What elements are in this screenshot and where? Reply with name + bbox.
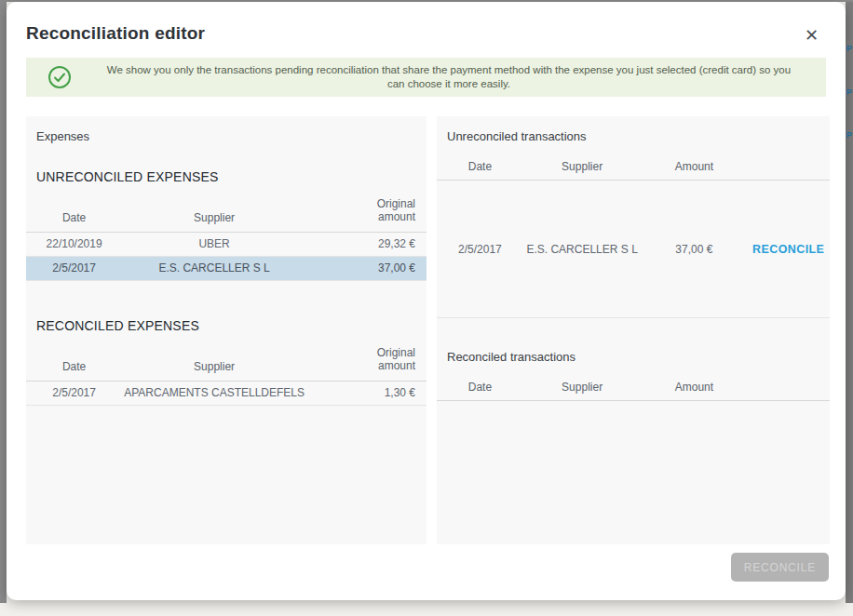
cell-supplier: APARCAMENTS CASTELLDEFELS <box>122 381 306 405</box>
cell-amount: 29,32 € <box>306 232 426 256</box>
cell-supplier: E.S. CARCELLER S L <box>523 181 642 318</box>
column-header-action <box>747 154 830 181</box>
unreconciled-expenses-title: UNRECONCILED EXPENSES <box>26 169 426 184</box>
column-header-date: Date <box>26 342 122 381</box>
reconciliation-editor-modal: Reconciliation editor ✕ We show you only… <box>7 2 846 600</box>
table-header-row: Date Supplier Amount <box>437 154 830 181</box>
table-header-row: Date Supplier Original amount <box>26 194 426 232</box>
reconciled-expenses-title: RECONCILED EXPENSES <box>26 318 426 333</box>
cell-amount: 37,00 € <box>306 256 426 280</box>
column-header-supplier: Supplier <box>122 342 306 381</box>
table-row-selected[interactable]: 2/5/2017 E.S. CARCELLER S L 37,00 € <box>26 256 426 280</box>
panels-container: Expenses UNRECONCILED EXPENSES Date Supp… <box>26 116 830 544</box>
column-header-action <box>747 375 830 401</box>
backdrop-text-fragment: P <box>846 88 852 97</box>
reconciled-expenses-table: Date Supplier Original amount 2/5/2017 A… <box>26 342 426 406</box>
column-header-supplier: Supplier <box>523 154 642 181</box>
column-header-original-amount-label: Original amount <box>361 197 415 224</box>
column-header-supplier: Supplier <box>523 375 642 401</box>
column-header-amount: Amount <box>641 375 747 401</box>
reconcile-button[interactable]: RECONCILE <box>731 553 829 582</box>
reconciled-transactions-table: Date Supplier Amount <box>437 375 830 401</box>
backdrop-text-fragment: P <box>846 45 852 53</box>
column-header-amount: Amount <box>641 154 747 181</box>
page-backdrop-left <box>0 0 7 603</box>
cell-supplier: E.S. CARCELLER S L <box>122 256 306 280</box>
expenses-heading: Expenses <box>26 129 426 143</box>
column-header-supplier: Supplier <box>122 194 306 232</box>
modal-title: Reconciliation editor <box>26 23 205 44</box>
table-header-row: Date Supplier Original amount <box>26 342 426 381</box>
close-icon[interactable]: ✕ <box>803 25 820 46</box>
column-header-original-amount-label: Original amount <box>361 346 415 373</box>
column-header-date: Date <box>26 194 122 232</box>
reconcile-link[interactable]: RECONCILE <box>747 181 830 318</box>
table-row[interactable]: 2/5/2017 APARCAMENTS CASTELLDEFELS 1,30 … <box>26 381 426 405</box>
unreconciled-transactions-title: Unreconciled transactions <box>437 129 830 143</box>
cell-date: 22/10/2019 <box>26 232 122 256</box>
cell-date: 2/5/2017 <box>437 181 523 318</box>
cell-date: 2/5/2017 <box>26 256 122 280</box>
column-header-original-amount: Original amount <box>306 342 426 381</box>
transactions-panel: Unreconciled transactions Date Supplier … <box>437 116 830 544</box>
info-banner: We show you only the transactions pendin… <box>26 58 826 97</box>
info-banner-text: We show you only the transactions pendin… <box>72 63 826 91</box>
table-row[interactable]: 2/5/2017 E.S. CARCELLER S L 37,00 € RECO… <box>437 181 830 318</box>
column-header-date: Date <box>437 375 523 401</box>
cell-amount: 37,00 € <box>641 181 747 318</box>
table-header-row: Date Supplier Amount <box>437 375 830 401</box>
unreconciled-transactions-table: Date Supplier Amount 2/5/2017 E.S. CARCE… <box>437 154 830 318</box>
reconciled-transactions-title: Reconciled transactions <box>437 350 830 364</box>
unreconciled-expenses-table: Date Supplier Original amount 22/10/2019… <box>26 194 426 281</box>
column-header-date: Date <box>437 154 523 181</box>
cell-amount: 1,30 € <box>306 381 426 405</box>
table-row[interactable]: 22/10/2019 UBER 29,32 € <box>26 232 426 256</box>
cell-supplier: UBER <box>122 232 306 256</box>
backdrop-text-fragment: P <box>846 131 852 140</box>
column-header-original-amount: Original amount <box>306 194 426 232</box>
check-circle-icon <box>47 65 72 89</box>
cell-date: 2/5/2017 <box>26 381 122 405</box>
expenses-panel: Expenses UNRECONCILED EXPENSES Date Supp… <box>26 116 426 544</box>
page-backdrop-right: P P P <box>846 0 853 603</box>
